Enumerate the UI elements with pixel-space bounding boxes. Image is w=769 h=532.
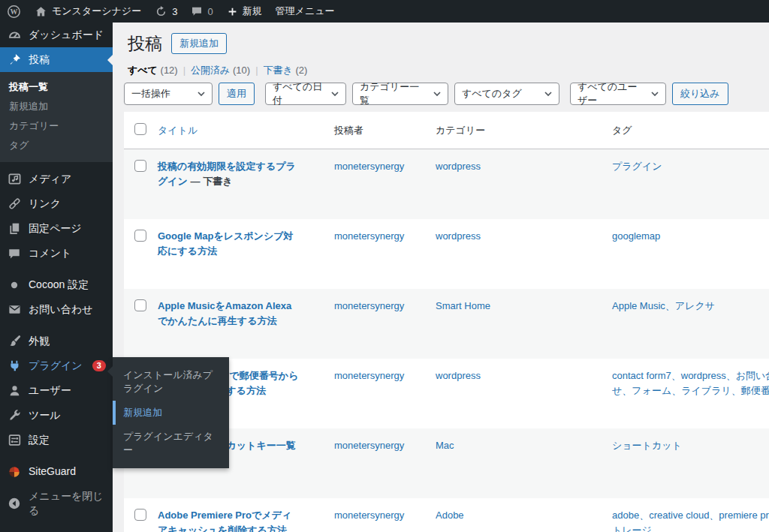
tag-links[interactable]: ショートカット [612, 438, 682, 453]
table-row: Adobe Premiere Proでメディアキャッシュを削除する方法 mone… [124, 498, 769, 532]
category-link[interactable]: wordpress [436, 229, 481, 244]
tag-links[interactable]: googlemap [612, 229, 660, 244]
flyout-item-add-new-plugin[interactable]: 新規追加 [113, 401, 229, 425]
bulk-actions-select[interactable]: 一括操作 [124, 83, 213, 105]
plus-icon [227, 6, 238, 17]
comment-icon [191, 5, 203, 17]
wordpress-logo-icon: W [7, 5, 21, 19]
sidebar-label: メニューを閉じる [29, 489, 107, 518]
add-new-post-button[interactable]: 新規追加 [171, 33, 227, 54]
row-checkbox[interactable] [134, 160, 146, 172]
view-published-link[interactable]: 公開済み [191, 65, 230, 76]
sidebar-item-posts[interactable]: 投稿 [0, 47, 113, 72]
sort-title-header[interactable]: タイトル [158, 125, 198, 136]
author-link[interactable]: monetersynergy [334, 299, 404, 314]
sidebar-label: 設定 [29, 433, 50, 447]
category-link[interactable]: Smart Home [436, 299, 490, 314]
admin-sidebar: ダッシュボード 投稿 投稿一覧 新規追加 カテゴリー タグ メディア リンク 固… [0, 23, 113, 532]
submenu-item-categories[interactable]: カテゴリー [0, 116, 113, 136]
row-checkbox[interactable] [134, 509, 146, 521]
sidebar-item-contact[interactable]: お問い合わせ [0, 297, 113, 322]
row-checkbox[interactable] [134, 230, 146, 242]
submenu-item-all-posts[interactable]: 投稿一覧 [0, 77, 113, 97]
sidebar-label: メディア [29, 172, 71, 186]
settings-sliders-icon [7, 433, 22, 447]
site-name: モンスターシナジー [52, 5, 141, 18]
sidebar-label: ユーザー [29, 383, 71, 398]
category-link[interactable]: wordpress [436, 159, 481, 174]
filter-button[interactable]: 絞り込み [672, 83, 728, 105]
category-header: カテゴリー [436, 124, 612, 137]
author-link[interactable]: monetersynergy [334, 368, 404, 383]
sidebar-item-settings[interactable]: 設定 [0, 428, 113, 452]
author-header: 投稿者 [334, 124, 436, 137]
author-filter-select[interactable]: すべてのユーザー [570, 83, 666, 105]
page-title: 投稿 [128, 33, 162, 54]
sidebar-item-pages[interactable]: 固定ページ [0, 216, 113, 241]
category-link[interactable]: Adobe [436, 508, 464, 523]
post-title-link[interactable]: Google Mapをレスポンシブ対応にする方法 [158, 230, 294, 257]
site-name-menu[interactable]: モンスターシナジー [28, 0, 148, 23]
sidebar-item-cocoon-settings[interactable]: Cocoon 設定 [0, 272, 113, 297]
select-all-checkbox[interactable] [134, 123, 146, 135]
sidebar-item-tools[interactable]: ツール [0, 403, 113, 428]
post-views-filter: すべて (12)|公開済み (10)|下書き (2) [128, 64, 769, 77]
plugin-icon [7, 359, 22, 373]
sidebar-item-users[interactable]: ユーザー [0, 378, 113, 403]
chevron-down-icon [331, 92, 339, 97]
date-filter-select[interactable]: すべての日付 [265, 83, 346, 105]
category-filter-select[interactable]: カテゴリー一覧 [352, 83, 448, 105]
category-link[interactable]: wordpress [436, 368, 481, 383]
sidebar-item-appearance[interactable]: 外観 [0, 329, 113, 353]
tag-links[interactable]: プラグイン [612, 159, 662, 174]
media-icon [7, 172, 22, 186]
author-link[interactable]: monetersynergy [334, 508, 404, 523]
sidebar-item-plugins[interactable]: プラグイン 3 [0, 353, 113, 378]
post-state: — 下書き [188, 176, 233, 187]
author-link[interactable]: monetersynergy [334, 229, 404, 244]
new-content-menu[interactable]: 新規 [220, 0, 269, 23]
sidebar-item-media[interactable]: メディア [0, 167, 113, 191]
author-link[interactable]: monetersynergy [334, 438, 404, 453]
plugin-update-badge: 3 [92, 360, 106, 371]
submenu-item-add-new[interactable]: 新規追加 [0, 97, 113, 116]
tag-links[interactable]: adobe、creative cloud、premiere pro、ストレージ [612, 508, 769, 532]
tag-links[interactable]: Apple Music、アレクサ [612, 299, 715, 314]
collapse-menu-button[interactable]: メニューを閉じる [0, 484, 113, 523]
updates-menu[interactable]: 3 [148, 0, 184, 23]
tag-filter-select[interactable]: すべてのタグ [454, 83, 559, 105]
post-title-link[interactable]: Apple MusicをAmazon Alexaでかんたんに再生する方法 [158, 300, 291, 326]
sidebar-item-siteguard[interactable]: SiteGuard [0, 459, 113, 484]
sidebar-label: 固定ページ [29, 221, 82, 236]
flyout-item-plugin-editor[interactable]: プラグインエディター [113, 425, 229, 462]
view-all-link[interactable]: すべて [128, 65, 158, 76]
comments-menu[interactable]: 0 [184, 0, 219, 23]
sidebar-item-links[interactable]: リンク [0, 191, 113, 216]
user-icon [7, 383, 22, 398]
sidebar-item-dashboard[interactable]: ダッシュボード [0, 23, 113, 47]
admin-bar: W モンスターシナジー 3 0 新規 管理メニュー [0, 0, 769, 23]
sidebar-label: SiteGuard [29, 464, 76, 479]
view-draft-link[interactable]: 下書き [264, 65, 293, 76]
dashboard-gauge-icon [7, 28, 22, 42]
row-checkbox[interactable] [134, 299, 146, 311]
manage-menu-label: 管理メニュー [276, 5, 335, 18]
flyout-item-installed-plugins[interactable]: インストール済みプラグイン [113, 363, 229, 401]
author-link[interactable]: monetersynergy [334, 159, 404, 174]
submenu-item-tags[interactable]: タグ [0, 136, 113, 155]
link-icon [7, 197, 22, 211]
table-header-row: タイトル 投稿者 カテゴリー タグ [124, 112, 769, 149]
new-label: 新規 [243, 5, 262, 18]
wordpress-logo-menu[interactable]: W [0, 0, 28, 23]
apply-button[interactable]: 適用 [219, 83, 255, 105]
table-row: 投稿の有効期限を設定するプラグイン — 下書き monetersynergy w… [124, 149, 769, 219]
paintbrush-icon [7, 334, 22, 348]
manage-menu-item[interactable]: 管理メニュー [269, 0, 342, 23]
tag-links[interactable]: contact form7、wordpress、お問い合わせ、フォーム、ライブラ… [612, 368, 769, 398]
category-link[interactable]: Mac [436, 438, 454, 453]
post-title-link[interactable]: Adobe Premiere Proでメディアキャッシュを削除する方法 [158, 509, 291, 532]
table-row: Apple MusicをAmazon Alexaでかんたんに再生する方法 mon… [124, 289, 769, 359]
pages-icon [7, 221, 22, 236]
posts-list-table: タイトル 投稿者 カテゴリー タグ 投稿の有効期限を設定するプラグイン — 下書… [124, 112, 769, 532]
sidebar-item-comments[interactable]: コメント [0, 241, 113, 266]
